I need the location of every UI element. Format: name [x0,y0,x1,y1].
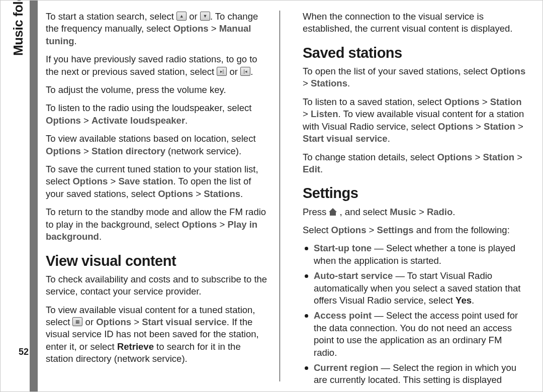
para: To view available visual content for a t… [46,304,269,365]
menu-options: Options [173,23,209,34]
list-item: Access point — Select the access point u… [303,310,526,359]
manual-page: Music folder 52 To start a station searc… [0,0,543,392]
para: To adjust the volume, press the volume k… [46,84,269,96]
page-number: 52 [19,347,29,357]
list-item: Start-up tone — Select whether a tone is… [303,242,526,267]
section-label: Music folder [11,0,26,56]
para: To listen to a saved station, select Opt… [303,96,526,145]
visual-service-icon: ▦ [72,317,82,326]
para: To open the list of your saved stations,… [303,65,526,90]
list-item: Auto-start service — To start Visual Rad… [303,270,526,307]
content-columns: To start a station search, select ▲ or ▼… [46,11,526,381]
para: To check availability and costs and to s… [46,273,269,298]
prev-station-icon: |◂ [240,67,250,76]
para: Select Options > Settings and from the f… [303,224,526,236]
para: To return to the standby mode and allow … [46,206,269,243]
para: Press , and select Music > Radio. [303,206,526,218]
seek-down-icon: ▼ [200,12,210,21]
para: To save the current tuned station to you… [46,163,269,200]
para: To start a station search, select ▲ or ▼… [46,11,269,47]
para: To view available stations based on loca… [46,133,269,157]
sidebar-stripe [30,1,38,391]
next-station-icon: ▸| [217,67,227,76]
left-column: To start a station search, select ▲ or ▼… [46,11,280,381]
right-column: When the connection to the visual servic… [298,11,526,381]
heading-saved-stations: Saved stations [303,43,526,62]
seek-up-icon: ▲ [176,12,187,21]
para: To change station details, select Option… [303,151,526,176]
para: If you have previously saved radio stati… [46,53,269,78]
para: When the connection to the visual servic… [303,11,526,35]
para: To listen to the radio using the loudspe… [46,102,269,127]
settings-list: Start-up tone — Select whether a tone is… [303,242,526,386]
home-key-icon [329,208,337,216]
heading-view-visual-content: View visual content [46,251,269,270]
heading-settings: Settings [303,183,526,203]
list-item: Current region — Select the region in wh… [303,362,526,386]
